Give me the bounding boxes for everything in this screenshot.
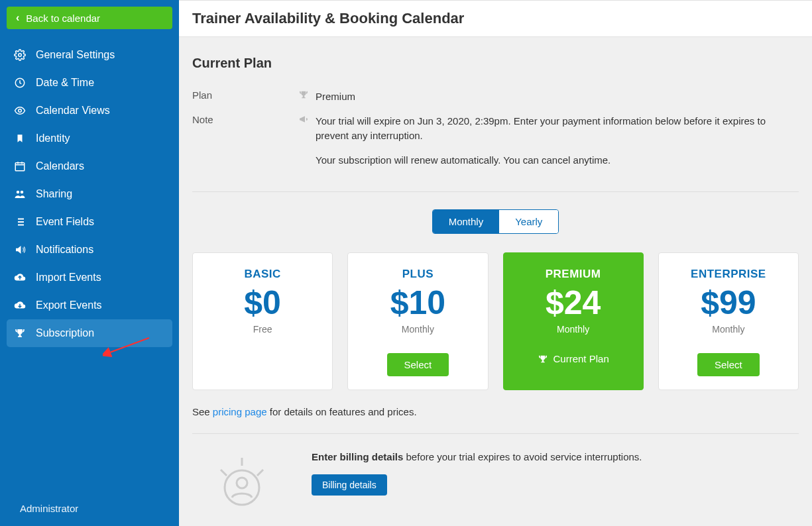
plan-price: $10	[356, 285, 479, 321]
calendar-icon	[13, 160, 27, 173]
sidebar-item-sharing[interactable]: Sharing	[0, 180, 179, 208]
list-icon	[13, 215, 27, 229]
sidebar-item-identity[interactable]: Identity	[0, 125, 179, 152]
sidebar-item-label: General Settings	[36, 49, 115, 61]
svg-point-8	[237, 478, 247, 488]
sidebar-item-label: Identity	[36, 132, 70, 144]
plan-card-basic: BASIC $0 Free	[192, 252, 333, 390]
plan-row-value: Premium	[316, 89, 799, 105]
main: Trainer Availability & Booking Calendar …	[179, 0, 812, 526]
sidebar-nav: General Settings Date & Time Calendar Vi…	[0, 41, 179, 347]
sidebar-item-export-events[interactable]: Export Events	[0, 291, 179, 319]
plan-card-premium: PREMIUM $24 Monthly Current Plan	[503, 252, 644, 390]
plan-name: BASIC	[201, 268, 324, 281]
note-line-2: Your subscription will renew automatical…	[316, 153, 799, 168]
svg-point-2	[19, 109, 22, 113]
svg-rect-3	[15, 163, 25, 171]
pricing-note-suffix: for details on features and prices.	[267, 406, 417, 417]
svg-point-5	[21, 191, 24, 194]
pricing-page-link[interactable]: pricing page	[213, 406, 267, 417]
admin-label: Administrator	[20, 503, 78, 514]
gear-icon	[13, 48, 27, 62]
sidebar-item-date-time[interactable]: Date & Time	[0, 69, 179, 97]
plan-price: $99	[667, 285, 790, 321]
plan-name: PLUS	[356, 268, 479, 281]
plan-name: ENTERPRISE	[667, 268, 790, 281]
people-icon	[13, 187, 27, 201]
svg-point-0	[19, 54, 22, 57]
sidebar-item-subscription[interactable]: Subscription	[7, 319, 172, 347]
sidebar-item-label: Subscription	[36, 327, 94, 339]
billing-details-button[interactable]: Billing details	[312, 474, 387, 496]
plan-interval: Free	[201, 324, 324, 335]
plan-interval: Monthly	[356, 324, 479, 335]
billing-toggle-monthly[interactable]: Monthly	[433, 210, 500, 233]
svg-point-4	[17, 191, 20, 194]
back-button-label: Back to calendar	[26, 13, 100, 24]
note-row-label: Note	[192, 114, 298, 178]
sidebar-item-notifications[interactable]: Notifications	[0, 236, 179, 264]
note-row-value: Your trial will expire on Jun 3, 2020, 2…	[316, 114, 799, 178]
plan-cards: BASIC $0 Free PLUS $10 Monthly Select PR…	[192, 252, 799, 390]
billing-heading-rest: before your trial expires to avoid servi…	[403, 451, 642, 462]
note-row: Note Your trial will expire on Jun 3, 20…	[192, 114, 799, 178]
sidebar-item-import-events[interactable]: Import Events	[0, 264, 179, 291]
divider	[192, 191, 799, 192]
plan-price: $0	[201, 285, 324, 321]
sidebar-item-label: Notifications	[36, 244, 93, 256]
plan-price: $24	[512, 285, 635, 321]
page-title: Trainer Availability & Booking Calendar	[192, 10, 799, 27]
plan-card-enterprise: ENTERPRISE $99 Monthly Select	[658, 252, 799, 390]
plan-name: PREMIUM	[512, 268, 635, 281]
select-plan-button[interactable]: Select	[697, 353, 760, 376]
billing-heading: Enter billing details before your trial …	[312, 451, 642, 462]
billing-illustration-icon	[192, 451, 292, 511]
bookmark-icon	[13, 132, 27, 145]
current-plan-heading: Current Plan	[192, 56, 799, 71]
sidebar-item-label: Sharing	[36, 188, 72, 200]
sidebar-item-general-settings[interactable]: General Settings	[0, 41, 179, 69]
plan-card-plus: PLUS $10 Monthly Select	[347, 252, 488, 390]
select-plan-button[interactable]: Select	[387, 353, 449, 376]
sidebar-item-calendar-views[interactable]: Calendar Views	[0, 97, 179, 125]
sidebar-item-label: Import Events	[36, 272, 101, 284]
trophy-icon	[13, 327, 27, 340]
billing-toggle-yearly[interactable]: Yearly	[499, 210, 558, 233]
cloud-up-icon	[13, 271, 27, 284]
billing-section: Enter billing details before your trial …	[192, 451, 799, 511]
clock-icon	[13, 76, 27, 89]
note-line-1: Your trial will expire on Jun 3, 2020, 2…	[316, 114, 799, 144]
cloud-down-icon	[13, 299, 27, 312]
chevron-left-icon: ‹	[16, 12, 19, 24]
back-to-calendar-button[interactable]: ‹ Back to calendar	[7, 7, 172, 29]
pricing-note: See pricing page for details on features…	[192, 406, 799, 417]
current-plan-label: Current Plan	[553, 353, 609, 364]
trophy-icon	[538, 354, 548, 364]
content: Current Plan Plan Premium Note Your tria…	[179, 37, 812, 526]
sidebar-item-label: Calendar Views	[36, 105, 110, 117]
sidebar-item-event-fields[interactable]: Event Fields	[0, 208, 179, 236]
sidebar-item-label: Event Fields	[36, 216, 94, 228]
speaker-icon	[13, 243, 27, 256]
divider	[192, 433, 799, 434]
megaphone-icon	[298, 114, 316, 178]
eye-icon	[13, 104, 27, 117]
sidebar: ‹ Back to calendar General Settings Date…	[0, 0, 179, 526]
pricing-note-prefix: See	[192, 406, 213, 417]
sidebar-item-label: Calendars	[36, 160, 84, 172]
plan-interval: Monthly	[512, 324, 635, 335]
current-plan-badge: Current Plan	[512, 353, 635, 364]
sidebar-item-calendars[interactable]: Calendars	[0, 152, 179, 180]
plan-row: Plan Premium	[192, 89, 799, 105]
trophy-icon	[298, 89, 316, 105]
plan-interval: Monthly	[667, 324, 790, 335]
sidebar-item-label: Export Events	[36, 299, 102, 311]
sidebar-item-label: Date & Time	[36, 77, 94, 89]
plan-row-label: Plan	[192, 89, 298, 105]
billing-heading-strong: Enter billing details	[312, 451, 403, 462]
topbar: Trainer Availability & Booking Calendar	[179, 0, 812, 37]
billing-cycle-toggle: Monthly Yearly	[192, 209, 799, 234]
